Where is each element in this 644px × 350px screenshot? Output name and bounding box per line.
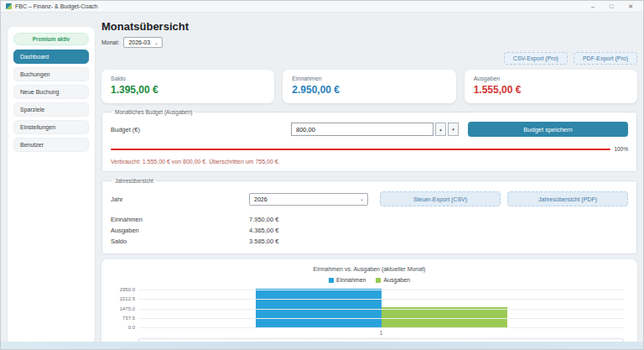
budget-group: Monatliches Budget (Ausgaben) Budget (€)… — [101, 109, 637, 172]
tax-export-button[interactable]: Steuer-Export (CSV) — [380, 191, 501, 206]
page-title: Monatsübersicht — [101, 20, 637, 33]
budget-usage-text: Verbraucht: 1.555,00 € von 800,00 €. Übe… — [111, 159, 628, 165]
year-saldo-label: Saldo — [111, 238, 249, 245]
einnahmen-value: 2.950,00 € — [292, 84, 446, 96]
ausgaben-label: Ausgaben — [474, 76, 628, 81]
saldo-label: Saldo — [111, 76, 265, 81]
close-button[interactable]: ✕ — [628, 1, 633, 13]
gridline — [138, 290, 624, 290]
chevron-down-icon: ⌄ — [154, 40, 158, 45]
month-label: Monat: — [101, 39, 119, 45]
budget-row: Budget (€) 800,00 ▲ ▼ Budget speichern — [111, 122, 628, 137]
year-overview-group: Jahresübersicht Jahr 2026 ⌄ Steuer-Expor… — [101, 178, 637, 254]
year-einnahmen-label: Einnahmen — [111, 216, 249, 223]
year-stats: Einnahmen 7.950,00 € Ausgaben 4.365,00 €… — [111, 214, 628, 247]
y-axis-tick-label: 2950.0 — [120, 287, 135, 292]
csv-export-button[interactable]: CSV-Export (Pro) — [504, 52, 568, 65]
chart-plot-area: 2950.02212.51475.0737.50.0 — [138, 290, 624, 328]
budget-progress-row: 100% — [111, 146, 628, 152]
saldo-card: Saldo 1.395,00 € — [101, 70, 274, 103]
budget-save-button[interactable]: Budget speichern — [468, 122, 628, 137]
gridline — [138, 318, 624, 319]
year-pdf-button[interactable]: Jahresübersicht (PDF) — [507, 191, 628, 206]
ausgaben-value: 1.555,00 € — [474, 84, 628, 96]
budget-field-label: Budget (€) — [111, 126, 291, 133]
budget-progress-percent: 100% — [614, 146, 628, 152]
year-ausgaben-label: Ausgaben — [111, 227, 249, 234]
year-label: Jahr — [111, 196, 249, 203]
app-icon — [6, 3, 12, 9]
gridline — [138, 309, 624, 310]
sidebar: Premium aktiv DashboardBuchungenNeue Buc… — [8, 27, 95, 344]
summary-cards: Saldo 1.395,00 € Einnahmen 2.950,00 € Au… — [101, 70, 637, 103]
window-title: FBC – Finanz- & Budget-Coach — [15, 3, 591, 9]
title-bar: FBC – Finanz- & Budget-Coach – □ ✕ — [1, 1, 643, 13]
window-controls: – □ ✕ — [591, 1, 633, 13]
year-group-title: Jahresübersicht — [112, 178, 156, 184]
year-einnahmen-value: 7.950,00 € — [249, 216, 278, 223]
budget-group-title: Monatliches Budget (Ausgaben) — [112, 109, 195, 115]
sidebar-item-sparziele[interactable]: Sparziele — [13, 102, 89, 117]
year-saldo-value: 3.585,00 € — [249, 238, 278, 245]
pdf-export-button[interactable]: PDF-Export (Pro) — [574, 52, 637, 65]
saldo-value: 1.395,00 € — [111, 84, 265, 96]
chart-card: Einnahmen vs. Ausgaben (aktueller Monat)… — [101, 259, 637, 350]
month-select[interactable]: 2026-03 ⌄ — [123, 37, 163, 48]
sidebar-item-einstellungen[interactable]: Einstellungen — [13, 120, 89, 134]
spin-down-button[interactable]: ▼ — [448, 123, 459, 136]
sidebar-item-buchungen[interactable]: Buchungen — [13, 67, 89, 81]
export-row: CSV-Export (Pro) PDF-Export (Pro) — [101, 52, 637, 65]
legend-swatch-icon — [329, 278, 334, 283]
year-row: Jahr 2026 ⌄ Steuer-Export (CSV) Jahresüb… — [111, 191, 628, 206]
bottom-strip — [1, 342, 643, 349]
y-axis-tick-label: 0.0 — [128, 325, 135, 330]
sidebar-item-neue-buchung[interactable]: Neue Buchung — [13, 85, 89, 99]
year-select[interactable]: 2026 ⌄ — [249, 193, 368, 206]
sidebar-item-benutzer[interactable]: Benutzer — [13, 138, 89, 152]
month-row: Monat: 2026-03 ⌄ — [101, 37, 637, 48]
sidebar-nav: DashboardBuchungenNeue BuchungSparzieleE… — [13, 50, 89, 152]
year-select-value: 2026 — [254, 196, 267, 202]
app-window: FBC – Finanz- & Budget-Coach – □ ✕ Premi… — [0, 0, 644, 350]
einnahmen-card: Einnahmen 2.950,00 € — [283, 70, 455, 103]
legend-item-ausgaben: Ausgaben — [376, 277, 410, 283]
gridline — [138, 327, 624, 328]
year-stat-row: Ausgaben 4.365,00 € — [111, 225, 628, 236]
chevron-down-icon: ⌄ — [360, 196, 364, 201]
budget-input[interactable]: 800,00 — [291, 123, 434, 136]
gridline — [138, 299, 624, 300]
minimize-button[interactable]: – — [591, 1, 595, 13]
chart-title: Einnahmen vs. Ausgaben (aktueller Monat) — [110, 266, 629, 272]
y-axis-tick-label: 737.5 — [122, 316, 135, 321]
maximize-button[interactable]: □ — [610, 1, 613, 13]
sidebar-item-dashboard[interactable]: Dashboard — [13, 50, 89, 64]
chart-x-tick: 1 — [138, 330, 624, 336]
premium-badge: Premium aktiv — [13, 33, 89, 45]
budget-progress-bar — [111, 149, 610, 150]
main-content: Monatsübersicht Monat: 2026-03 ⌄ CSV-Exp… — [101, 20, 637, 350]
app-body: Premium aktiv DashboardBuchungenNeue Buc… — [1, 20, 643, 350]
chart-legend: EinnahmenAusgaben — [110, 277, 629, 283]
year-ausgaben-value: 4.365,00 € — [249, 227, 278, 234]
y-axis-tick-label: 1475.0 — [120, 306, 135, 311]
legend-swatch-icon — [376, 278, 381, 283]
einnahmen-label: Einnahmen — [292, 76, 446, 81]
budget-spinner: 800,00 ▲ ▼ — [291, 123, 459, 136]
month-select-value: 2026-03 — [128, 39, 150, 45]
y-axis-tick-label: 2212.5 — [120, 296, 135, 301]
legend-item-einnahmen: Einnahmen — [329, 277, 366, 283]
year-stat-row: Saldo 3.585,00 € — [111, 236, 628, 247]
spin-up-button[interactable]: ▲ — [435, 123, 446, 136]
year-stat-row: Einnahmen 7.950,00 € — [111, 214, 628, 225]
ausgaben-card: Ausgaben 1.555,00 € — [465, 70, 637, 103]
